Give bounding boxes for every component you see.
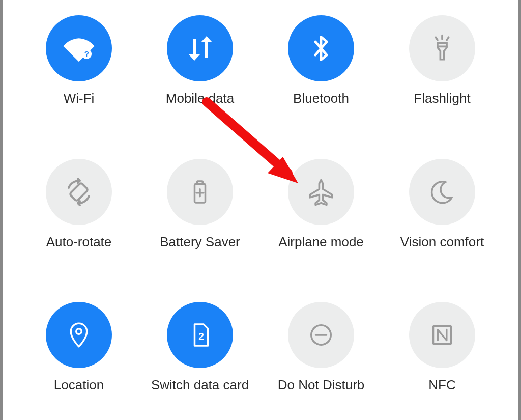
tile-bluetooth[interactable]: Bluetooth	[260, 15, 382, 128]
battery-saver-icon	[167, 159, 233, 225]
tile-label: Wi-Fi	[64, 91, 95, 106]
tile-label: Flashlight	[414, 91, 470, 106]
tile-wifi[interactable]: ? Wi-Fi	[18, 15, 139, 128]
location-pin-icon	[46, 302, 112, 368]
auto-rotate-icon	[46, 159, 112, 225]
tile-label: Auto-rotate	[46, 234, 112, 250]
svg-rect-8	[197, 181, 203, 184]
tile-label: Switch data card	[151, 377, 249, 393]
sim-slot-number: 2	[198, 331, 204, 342]
svg-rect-6	[70, 182, 89, 201]
tile-label: Location	[54, 377, 104, 393]
tile-nfc[interactable]: NFC	[382, 302, 503, 415]
moon-icon	[409, 159, 475, 225]
tile-label: Battery Saver	[160, 234, 240, 250]
tile-vision-comfort[interactable]: Vision comfort	[382, 159, 503, 272]
quick-settings-grid: ? Wi-Fi Mobile data Bluetooth	[18, 15, 503, 415]
tile-auto-rotate[interactable]: Auto-rotate	[18, 159, 139, 272]
tile-battery-saver[interactable]: Battery Saver	[139, 159, 260, 272]
tile-label: Vision comfort	[400, 234, 484, 250]
tile-label: NFC	[428, 377, 455, 393]
tile-label: Airplane mode	[278, 234, 364, 250]
tile-do-not-disturb[interactable]: Do Not Disturb	[260, 302, 382, 415]
tile-label: Mobile data	[166, 91, 234, 106]
dnd-icon	[288, 302, 354, 368]
nfc-icon	[409, 302, 475, 368]
airplane-icon	[288, 159, 354, 225]
tile-airplane-mode[interactable]: Airplane mode	[260, 159, 382, 272]
data-arrows-icon	[167, 15, 233, 81]
quick-settings-panel: ? Wi-Fi Mobile data Bluetooth	[3, 0, 518, 420]
tile-flashlight[interactable]: Flashlight	[382, 15, 503, 128]
svg-point-11	[76, 329, 82, 334]
svg-line-3	[436, 37, 438, 40]
svg-text:?: ?	[84, 49, 89, 58]
tile-switch-data-card[interactable]: 2 Switch data card	[139, 302, 260, 415]
tile-mobile-data[interactable]: Mobile data	[139, 15, 260, 128]
tile-label: Bluetooth	[293, 91, 349, 106]
tile-location[interactable]: Location	[18, 302, 139, 415]
bluetooth-icon	[288, 15, 354, 81]
wifi-icon: ?	[46, 15, 112, 81]
svg-line-4	[447, 37, 449, 40]
flashlight-icon	[409, 15, 475, 81]
sim-card-icon: 2	[167, 302, 233, 368]
tile-label: Do Not Disturb	[278, 377, 365, 393]
